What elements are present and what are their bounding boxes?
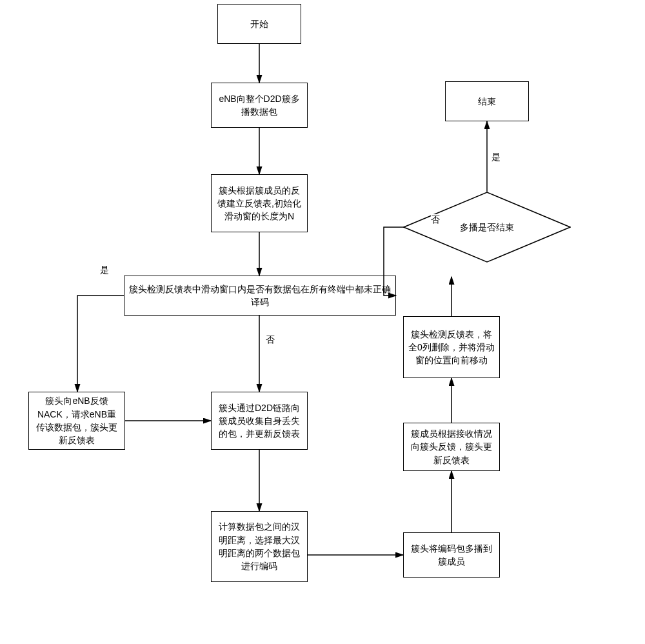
node-decision-end: 多播是否结束 (403, 192, 571, 263)
label-no-left-loop: 否 (431, 214, 440, 226)
node-slide-window-text: 簇头检测反馈表，将全0列删除，并将滑动窗的位置向前移动 (408, 328, 495, 367)
node-enb-multicast-text: eNB向整个D2D簇多播数据包 (215, 92, 303, 119)
node-end-text: 结束 (478, 95, 496, 108)
node-nack: 簇头向eNB反馈NACK，请求eNB重传该数据包，簇头更新反馈表 (28, 392, 125, 450)
node-hamming: 计算数据包之间的汉明距离，选择最大汉明距离的两个数据包进行编码 (211, 511, 308, 582)
node-decision-decode-text: 簇头检测反馈表中滑动窗口内是否有数据包在所有终端中都未正确译码 (128, 283, 392, 309)
flowchart-canvas: 开始 eNB向整个D2D簇多播数据包 簇头根据簇成员的反馈建立反馈表,初始化滑动… (0, 0, 645, 644)
node-multicast-encoded: 簇头将编码包多播到簇成员 (403, 532, 500, 578)
node-multicast-encoded-text: 簇头将编码包多播到簇成员 (408, 542, 495, 569)
node-member-feedback: 簇成员根据接收情况向簇头反馈，簇头更新反馈表 (403, 423, 500, 471)
node-decision-end-text: 多播是否结束 (460, 221, 514, 234)
label-yes-up: 是 (491, 152, 501, 163)
node-start: 开始 (217, 4, 301, 44)
connectors (0, 0, 645, 644)
node-collect-lost: 簇头通过D2D链路向簇成员收集自身丢失的包，并更新反馈表 (211, 392, 308, 450)
label-no-down: 否 (266, 334, 275, 346)
node-enb-multicast: eNB向整个D2D簇多播数据包 (211, 83, 308, 128)
node-decision-decode: 簇头检测反馈表中滑动窗口内是否有数据包在所有终端中都未正确译码 (124, 276, 396, 316)
node-start-text: 开始 (250, 17, 268, 30)
node-member-feedback-text: 簇成员根据接收情况向簇头反馈，簇头更新反馈表 (408, 427, 495, 467)
node-slide-window: 簇头检测反馈表，将全0列删除，并将滑动窗的位置向前移动 (403, 316, 500, 378)
node-init-feedback: 簇头根据簇成员的反馈建立反馈表,初始化滑动窗的长度为N (211, 174, 308, 232)
node-end: 结束 (445, 81, 529, 121)
node-collect-lost-text: 簇头通过D2D链路向簇成员收集自身丢失的包，并更新反馈表 (215, 401, 303, 441)
node-nack-text: 簇头向eNB反馈NACK，请求eNB重传该数据包，簇头更新反馈表 (33, 394, 121, 447)
node-hamming-text: 计算数据包之间的汉明距离，选择最大汉明距离的两个数据包进行编码 (215, 520, 303, 572)
label-yes-left: 是 (100, 265, 109, 276)
node-init-feedback-text: 簇头根据簇成员的反馈建立反馈表,初始化滑动窗的长度为N (215, 184, 303, 223)
